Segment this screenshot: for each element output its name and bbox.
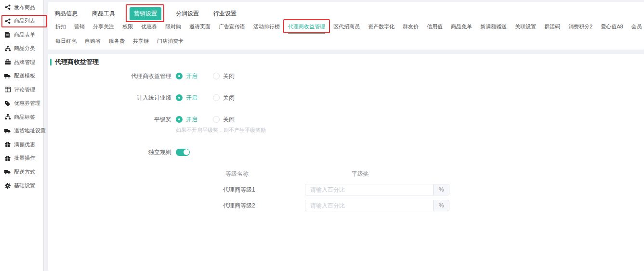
- toggle-knob-icon: [184, 149, 189, 155]
- sidebar-item-商品表单[interactable]: 商品表单: [0, 28, 43, 42]
- sidebar-item-批量操作[interactable]: 批量操作: [0, 152, 43, 166]
- sidebar-item-label: 满额优惠: [14, 141, 35, 148]
- form-row-agent-income: 代理商收益管理 开启 关闭: [48, 71, 644, 81]
- table-row: 代理商等级2 %: [48, 200, 644, 211]
- tab-商品信息[interactable]: 商品信息: [54, 10, 78, 18]
- field-label: 代理商收益管理: [48, 72, 171, 80]
- subtab-信用值[interactable]: 信用值: [427, 23, 443, 33]
- percent-input[interactable]: [305, 184, 433, 195]
- sidebar-item-label: 品牌管理: [14, 59, 35, 66]
- sitemap-icon: [4, 114, 11, 120]
- main-area: 商品信息商品工具营销设置分润设置行业设置 折扣营销分享关注权限优惠券限时购邀请页…: [48, 0, 644, 271]
- percent-suffix: %: [433, 184, 449, 195]
- share-icon: [4, 4, 11, 11]
- subtab-分享关注[interactable]: 分享关注: [93, 23, 114, 33]
- subtab-权限[interactable]: 权限: [122, 23, 133, 33]
- radio-option-off[interactable]: 关闭: [213, 116, 235, 124]
- percent-input-group: %: [305, 200, 449, 211]
- subtabs-row1: 折扣营销分享关注权限优惠券限时购邀请页面广告宣传语活动排行榜代理商收益管理区代招…: [48, 23, 644, 34]
- column-header-level-name: 等级名称: [225, 170, 305, 178]
- radio-label: 开启: [186, 94, 197, 102]
- subtab-共享链[interactable]: 共享链: [133, 38, 149, 47]
- sidebar-item-基础设置[interactable]: 基础设置: [0, 179, 43, 193]
- truck-icon: [4, 73, 11, 79]
- subtab-活动排行榜[interactable]: 活动排行榜: [253, 23, 280, 33]
- percent-input[interactable]: [305, 200, 433, 211]
- sidebar-item-label: 商品列表: [14, 17, 35, 25]
- subtab-邀请页面[interactable]: 邀请页面: [189, 23, 210, 33]
- top-tabs: 商品信息商品工具营销设置分润设置行业设置: [48, 2, 644, 19]
- tab-营销设置[interactable]: 营销设置: [130, 7, 161, 20]
- tab-分润设置[interactable]: 分润设置: [176, 10, 199, 18]
- sidebar-item-商品分类[interactable]: 商品分类: [0, 42, 43, 56]
- section-title: 代理商收益管理: [48, 54, 644, 66]
- table-icon: [4, 87, 11, 93]
- subtab-限时购[interactable]: 限时购: [165, 23, 181, 33]
- content-card: 代理商收益管理 代理商收益管理 开启 关闭 计入统计业绩 开启 关闭: [48, 54, 644, 271]
- independent-rule-toggle[interactable]: [176, 149, 190, 156]
- annotation-box: [126, 4, 164, 22]
- sidebar-item-配送方式[interactable]: 配送方式: [0, 165, 43, 179]
- radio-label: 关闭: [223, 94, 235, 102]
- sidebar-item-label: 发布商品: [14, 4, 35, 11]
- sidebar-item-label: 配送方式: [14, 168, 35, 176]
- sidebar-item-满额优惠[interactable]: 满额优惠: [0, 138, 43, 152]
- sidebar-item-发布商品[interactable]: 发布商品: [0, 0, 43, 14]
- peer-award-hint: 如果不开启平级奖，则不产生平级奖励: [176, 127, 644, 133]
- radio-option-on[interactable]: 开启: [176, 116, 197, 124]
- sidebar-item-商品列表[interactable]: 商品列表: [0, 14, 43, 28]
- sidebar-item-品牌管理[interactable]: 品牌管理: [0, 55, 43, 69]
- subtab-消费积分2[interactable]: 消费积分2: [568, 23, 592, 33]
- annotation-box: [283, 19, 330, 33]
- section-title-text: 代理商收益管理: [55, 58, 99, 66]
- sidebar-item-label: 批量操作: [14, 155, 35, 162]
- radio-label: 关闭: [223, 72, 235, 80]
- subtab-商品免单[interactable]: 商品免单: [451, 23, 472, 33]
- document-icon: [4, 32, 11, 38]
- subtab-群友价[interactable]: 群友价: [403, 23, 419, 33]
- level-name: 代理商等级1: [223, 186, 305, 194]
- sidebar-item-label: 评论管理: [14, 86, 35, 93]
- sidebar-item-label: 优惠券管理: [14, 100, 40, 107]
- sidebar-item-退货地址设置[interactable]: 退货地址设置: [0, 124, 43, 138]
- subtab-关联设置[interactable]: 关联设置: [515, 23, 536, 33]
- subtab-每日红包[interactable]: 每日红包: [55, 38, 77, 47]
- subtab-营销[interactable]: 营销: [74, 23, 85, 33]
- radio-unchecked-icon: [213, 116, 220, 123]
- sidebar-item-label: 配送模板: [14, 72, 35, 79]
- sidebar-item-label: 退货地址设置: [14, 127, 46, 134]
- tab-行业设置[interactable]: 行业设置: [213, 10, 237, 18]
- subtab-资产数字化[interactable]: 资产数字化: [368, 23, 394, 33]
- subtab-爱心值A8[interactable]: 爱心值A8: [601, 23, 623, 33]
- subtab-会员[interactable]: 会员: [631, 23, 642, 33]
- tab-商品工具[interactable]: 商品工具: [92, 10, 115, 18]
- radio-option-on[interactable]: 开启: [176, 72, 197, 80]
- radio-label: 开启: [186, 72, 197, 80]
- subtab-服务费[interactable]: 服务费: [109, 38, 125, 47]
- truck-icon: [4, 169, 11, 175]
- radio-option-off[interactable]: 关闭: [213, 72, 235, 80]
- subtab-广告宣传语[interactable]: 广告宣传语: [219, 23, 245, 33]
- sidebar-item-label: 商品标签: [14, 114, 35, 121]
- subtab-代理商收益管理[interactable]: 代理商收益管理: [288, 23, 325, 34]
- sidebar-item-配送模板[interactable]: 配送模板: [0, 69, 43, 83]
- radio-option-on[interactable]: 开启: [176, 94, 197, 102]
- form-row-stats: 计入统计业绩 开启 关闭: [48, 93, 644, 103]
- radio-checked-icon: [176, 73, 183, 79]
- subtab-自购省[interactable]: 自购省: [85, 38, 101, 47]
- subtab-优惠券[interactable]: 优惠券: [141, 23, 157, 33]
- sidebar-item-优惠券管理[interactable]: 优惠券管理: [0, 97, 43, 111]
- radio-checked-icon: [176, 116, 183, 123]
- subtab-群活码[interactable]: 群活码: [544, 23, 560, 33]
- subtab-新满额赠送[interactable]: 新满额赠送: [480, 23, 507, 33]
- radio-option-off[interactable]: 关闭: [213, 94, 235, 102]
- percent-suffix: %: [433, 200, 449, 211]
- gear-icon: [4, 182, 11, 189]
- sidebar-item-评论管理[interactable]: 评论管理: [0, 83, 43, 97]
- subtab-区代招商员[interactable]: 区代招商员: [333, 23, 360, 33]
- radio-unchecked-icon: [213, 73, 220, 79]
- table-header: 等级名称 平级奖: [48, 169, 644, 179]
- subtab-门店消费卡[interactable]: 门店消费卡: [157, 38, 184, 47]
- sidebar-item-商品标签[interactable]: 商品标签: [0, 110, 43, 124]
- subtab-折扣[interactable]: 折扣: [55, 23, 66, 33]
